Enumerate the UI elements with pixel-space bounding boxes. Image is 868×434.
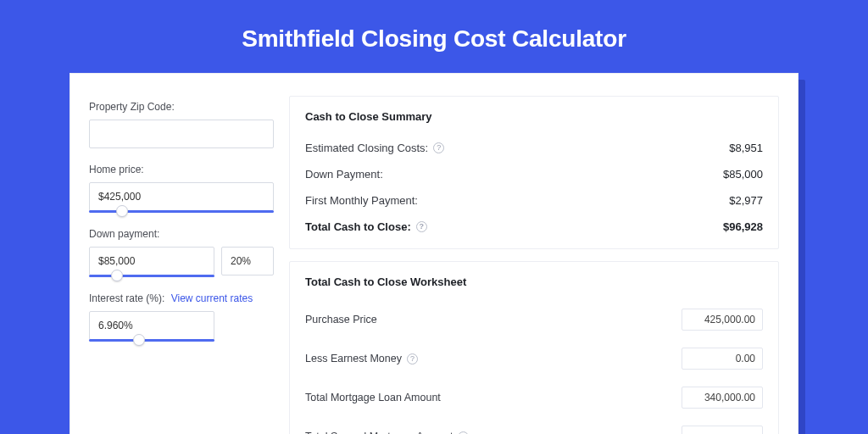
zip-label: Property Zip Code: [89, 101, 274, 113]
down-payment-input[interactable] [89, 247, 214, 275]
calculator-card-wrap: Property Zip Code: Home price: Down paym… [70, 73, 798, 434]
inputs-column: Property Zip Code: Home price: Down paym… [89, 96, 274, 434]
help-icon[interactable]: ? [433, 142, 444, 153]
interest-rate-label-text: Interest rate (%): [89, 292, 164, 304]
down-payment-slider[interactable] [89, 275, 214, 277]
ws-loan-input[interactable] [682, 387, 763, 409]
results-column: Cash to Close Summary Estimated Closing … [289, 96, 779, 434]
ws-earnest-input[interactable] [682, 348, 763, 370]
down-payment-label: Down payment: [89, 228, 274, 240]
summary-downpay-value: $85,000 [723, 168, 763, 181]
field-down-payment: Down payment: [89, 228, 274, 277]
summary-row-downpay: Down Payment: $85,000 [305, 161, 763, 187]
summary-total-label: Total Cash to Close: [305, 220, 411, 233]
zip-input[interactable] [89, 120, 274, 148]
interest-rate-input[interactable] [89, 311, 214, 340]
summary-firstmp-label: First Monthly Payment: [305, 194, 418, 207]
home-price-slider[interactable] [89, 210, 274, 213]
summary-row-firstmp: First Monthly Payment: $2,977 [305, 187, 763, 214]
help-icon[interactable]: ? [416, 221, 427, 232]
field-interest-rate: Interest rate (%): View current rates [89, 292, 274, 342]
summary-title: Cash to Close Summary [305, 110, 763, 123]
calculator-card: Property Zip Code: Home price: Down paym… [70, 73, 798, 434]
field-home-price: Home price: [89, 164, 274, 213]
worksheet-title: Total Cash to Close Worksheet [305, 275, 763, 288]
summary-firstmp-value: $2,977 [729, 194, 763, 207]
summary-closing-value: $8,951 [729, 142, 763, 154]
ws-row-earnest: Less Earnest Money ? [305, 339, 763, 378]
ws-loan-label: Total Mortgage Loan Amount [305, 392, 441, 403]
summary-row-total: Total Cash to Close: ? $96,928 [305, 214, 763, 240]
help-icon[interactable]: ? [458, 431, 469, 435]
slider-thumb[interactable] [133, 334, 145, 346]
down-payment-pct-input[interactable] [221, 247, 274, 275]
ws-row-purchase: Purchase Price [305, 300, 763, 339]
ws-second-label: Total Second Mortgage Amount [305, 431, 453, 434]
summary-closing-label: Estimated Closing Costs: [305, 142, 428, 154]
ws-purchase-label: Purchase Price [305, 314, 377, 326]
ws-earnest-label: Less Earnest Money [305, 353, 402, 364]
summary-panel: Cash to Close Summary Estimated Closing … [289, 96, 779, 249]
slider-thumb[interactable] [111, 270, 123, 281]
worksheet-panel: Total Cash to Close Worksheet Purchase P… [289, 261, 779, 434]
page-title: Smithfield Closing Cost Calculator [0, 0, 868, 73]
home-price-label: Home price: [89, 164, 274, 175]
ws-row-loan: Total Mortgage Loan Amount [305, 378, 763, 417]
ws-row-second: Total Second Mortgage Amount ? [305, 417, 763, 434]
ws-second-input[interactable] [682, 426, 763, 434]
interest-rate-label: Interest rate (%): View current rates [89, 292, 274, 304]
summary-row-closing: Estimated Closing Costs: ? $8,951 [305, 135, 763, 161]
field-zip: Property Zip Code: [89, 101, 274, 148]
slider-thumb[interactable] [116, 205, 128, 217]
summary-downpay-label: Down Payment: [305, 168, 383, 181]
summary-total-value: $96,928 [723, 220, 763, 233]
view-rates-link[interactable]: View current rates [171, 292, 253, 304]
ws-purchase-input[interactable] [682, 309, 763, 331]
help-icon[interactable]: ? [407, 353, 418, 364]
interest-rate-slider[interactable] [89, 339, 214, 342]
